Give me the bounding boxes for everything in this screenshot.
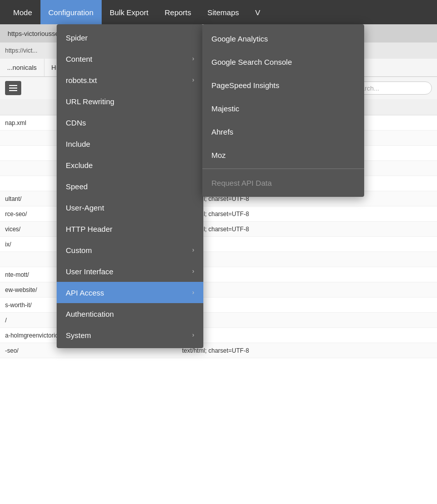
menu-sitemaps[interactable]: Sitemaps (199, 0, 247, 24)
menu-item-robots-txt[interactable]: robots.txt › (57, 69, 203, 91)
menu-item-speed[interactable]: Speed (57, 176, 203, 197)
list-view-icon[interactable] (5, 81, 21, 95)
menu-item-url-rewriting[interactable]: URL Rewriting (57, 91, 203, 112)
api-item-pagespeed-insights[interactable]: PageSpeed Insights (202, 73, 364, 97)
submenu-separator (202, 169, 364, 169)
menu-item-exclude[interactable]: Exclude (57, 154, 203, 176)
api-item-ahrefs[interactable]: Ahrefs (202, 120, 364, 143)
menu-item-content[interactable]: Content › (57, 48, 203, 69)
menu-item-spider[interactable]: Spider (57, 27, 203, 48)
menu-bulk-export[interactable]: Bulk Export (102, 0, 157, 24)
menu-item-user-interface[interactable]: User Interface › (57, 261, 203, 282)
config-dropdown: Spider Content › robots.txt › URL Rewrit… (57, 24, 203, 348)
api-item-google-analytics[interactable]: Google Analytics (202, 27, 364, 50)
menu-reports[interactable]: Reports (156, 0, 199, 24)
tab-canonicals[interactable]: ...nonicals (0, 59, 45, 77)
api-item-request-data: Request API Data (202, 171, 364, 194)
menu-configuration[interactable]: Configuration (40, 0, 102, 24)
menu-mode[interactable]: Mode (5, 0, 40, 24)
chevron-right-icon: › (192, 268, 194, 275)
chevron-right-icon: › (192, 246, 194, 254)
menu-item-user-agent[interactable]: User-Agent (57, 197, 203, 218)
svg-rect-0 (9, 85, 17, 86)
menu-bar: Mode Configuration Bulk Export Reports S… (0, 0, 437, 24)
api-item-google-search-console[interactable]: Google Search Console (202, 50, 364, 73)
api-item-majestic[interactable]: Majestic (202, 97, 364, 120)
menu-item-system[interactable]: System › (57, 324, 203, 346)
svg-rect-1 (9, 88, 17, 89)
menu-item-http-header[interactable]: HTTP Header (57, 218, 203, 239)
chevron-right-icon: › (192, 76, 194, 83)
chevron-right-icon: › (192, 331, 194, 339)
chevron-right-icon: › (192, 55, 194, 62)
menu-item-api-access[interactable]: API Access › (57, 282, 203, 303)
menu-item-authentication[interactable]: Authentication (57, 303, 203, 324)
url-text: https://vict... (5, 47, 37, 54)
menu-item-include[interactable]: Include (57, 133, 203, 154)
menu-v[interactable]: V (247, 0, 269, 24)
menu-item-cdns[interactable]: CDNs (57, 112, 203, 133)
api-submenu: Google Analytics Google Search Console P… (202, 24, 364, 197)
svg-rect-2 (9, 90, 17, 91)
chevron-right-icon: › (192, 289, 194, 296)
api-item-moz[interactable]: Moz (202, 143, 364, 166)
menu-item-custom[interactable]: Custom › (57, 239, 203, 261)
